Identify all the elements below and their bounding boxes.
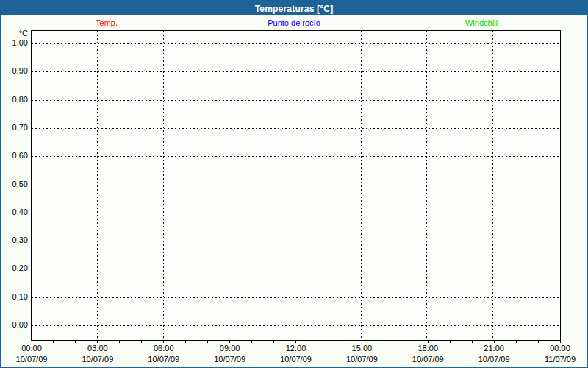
x-minor-tick [97,340,98,343]
y-tick-label: 0,50 [1,180,28,189]
x-time-label: 06:00 [154,344,174,353]
title-bar: Temperaturas [°C] [1,1,587,15]
x-minor-tick [251,340,252,343]
x-date-label: 11/07/09 [545,355,576,364]
x-minor-tick [32,340,32,343]
chart-title: Temperaturas [°C] [255,4,334,14]
v-gridline [97,31,98,339]
y-tick-label: 0,30 [1,236,28,245]
x-time-label: 15:00 [352,344,373,353]
y-tick-label: 0,60 [1,151,28,160]
x-date-label: 10/07/09 [82,355,113,364]
v-gridline [492,31,493,339]
x-time-label: 12:00 [286,344,306,353]
y-tick-label: 0,10 [1,292,28,302]
x-minor-tick [318,340,318,343]
v-gridline [295,31,295,339]
x-time-label: 18:00 [417,344,438,353]
v-gridline [426,31,427,339]
x-minor-tick [340,340,340,343]
x-minor-tick [141,340,142,343]
x-time-label: 00:00 [21,344,42,353]
x-minor-tick [75,340,76,343]
y-tick-label: 0,80 [1,95,28,105]
x-time-label: 00:00 [550,344,570,353]
x-minor-tick [163,340,164,343]
x-minor-tick [229,340,230,343]
y-tick-label: 0,00 [1,320,28,330]
x-minor-tick [53,340,54,343]
x-minor-tick [472,340,473,343]
legend-item: Windchill [465,18,498,27]
x-minor-tick [538,340,539,343]
x-minor-tick [428,340,429,343]
x-date-label: 10/07/09 [478,355,510,364]
x-minor-tick [207,340,208,343]
x-time-label: 09:00 [220,344,240,353]
x-minor-tick [494,340,495,343]
x-time-label: 21:00 [484,344,504,353]
x-minor-tick [406,340,406,343]
x-minor-tick [450,340,451,343]
legend-item: Temp. [96,18,118,27]
x-minor-tick [295,340,296,343]
chart-window: Temperaturas [°C] Temp.Punto de rocíoWin… [0,0,588,368]
x-date-label: 10/07/09 [148,355,179,364]
x-minor-tick [119,340,120,343]
y-tick-label: 0,90 [1,66,28,76]
x-date-label: 10/07/09 [412,355,444,364]
y-tick-label: 0,70 [1,123,28,132]
x-minor-tick [560,340,561,343]
x-date-label: 10/07/09 [214,355,245,364]
x-minor-tick [384,340,384,343]
x-date-label: 10/07/09 [346,355,378,364]
x-minor-tick [273,340,274,343]
v-gridline [229,31,229,339]
y-tick-label: 1,00 [1,38,28,48]
x-date-label: 10/07/09 [280,355,312,364]
x-minor-tick [185,340,186,343]
x-time-label: 03:00 [87,344,108,353]
v-gridline [163,31,164,339]
legend-item: Punto de rocío [268,18,320,27]
x-minor-tick [362,340,362,343]
plot-area [31,30,561,341]
y-axis-unit-label: °C [1,29,28,38]
v-gridline [361,31,362,339]
y-tick-label: 0,40 [1,208,28,217]
x-minor-tick [516,340,517,343]
y-tick-label: 0,20 [1,263,28,273]
x-date-label: 10/07/09 [16,355,48,364]
